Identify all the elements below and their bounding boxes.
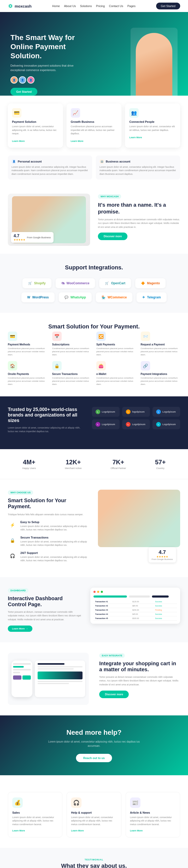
help-section: Need more help? Lorem ipsum dolor sit am… (0, 715, 188, 775)
integrations-section: Support Integrations. 🛒 Shopify 🛍 WooCom… (0, 254, 188, 313)
feature-split-desc: Condimentum placerat purus consettum pla… (96, 347, 136, 356)
onsite-icon: 🏠 (8, 361, 17, 371)
nav-cta-button[interactable]: Get Started (156, 3, 180, 9)
nav-contact[interactable]: Contact Us (109, 4, 123, 7)
hero-title: The Smart Way for Online Payment Solutio… (10, 33, 94, 60)
logo-3: L Logolpixum (153, 407, 180, 417)
cards-section: 💳 Payment Solution Lorem ipsum dolor sit… (0, 96, 188, 155)
dash-line-3 (38, 669, 74, 670)
dashboard-mockup: Transaction #1$120.00Success Transaction… (90, 588, 180, 624)
wallet-icon: 👛 (96, 361, 106, 371)
dash-line-2 (38, 666, 83, 667)
hero-cta-button[interactable]: Get Started (10, 88, 37, 96)
logo-dot-6: L (156, 422, 161, 427)
personal-account-desc: Lorem ipsum dolor sit amet, consectetur … (11, 165, 89, 176)
stat-num-partner: 7K+ (111, 459, 126, 466)
commerce-icon: 🏪 (101, 296, 105, 299)
services-grid: 💰 Sales Lorem ipsum dolor sit amet, cons… (8, 792, 180, 838)
phone-line-3 (13, 672, 20, 673)
dashboard-mini (35, 660, 85, 697)
nav-about[interactable]: About Us (64, 4, 76, 7)
phone-btn-1 (13, 676, 22, 680)
features-grid: 💳 Payment Methods Condimentum placerat p… (8, 332, 180, 386)
integrate-title: Integrate your shopping cart in a matter… (99, 660, 180, 673)
logo-5: L Logolpixum (122, 420, 150, 429)
nav-home[interactable]: Home (52, 4, 60, 7)
card-people-desc: Lorem ipsum dolor sit amet, consectetur … (129, 125, 176, 132)
feature-int-desc: Condimentum placerat purus consettum pla… (141, 376, 181, 386)
card-growth: 📈 Growth Business Condimentum placerat p… (67, 103, 122, 148)
promise-image: 4.7 ★★★★★ From Google Business (8, 194, 90, 246)
card-people-title: Connected People (129, 120, 176, 123)
stat-label-merchant: Merchant Active (65, 467, 82, 469)
table-row: Transaction #2$85.50Success (93, 603, 177, 608)
dash-chart (38, 672, 83, 679)
logo-dot-1: L (96, 409, 100, 414)
promise-cta-button[interactable]: Discover more (98, 232, 127, 240)
promise-badge: WHY MOXCASH (98, 194, 121, 199)
mockup-cell-1 (93, 595, 127, 597)
card-payment-desc: Lorem ipsum dolor sit amet, consectetur … (12, 125, 59, 135)
hero-person-shape (136, 33, 173, 96)
avatar-1: 👤 (10, 76, 18, 84)
feature-onsite-desc: Condimentum placerat purus consettum pla… (8, 376, 48, 386)
service-article: 📰 Article & News Lorem ipsum dolor sit a… (126, 792, 180, 838)
table-row: Transaction #4$45.00Success (93, 612, 177, 616)
nav-pricing[interactable]: Pricing (96, 4, 105, 7)
service-support-link[interactable]: Learn More (71, 829, 117, 832)
why-item-secure-text: Secure Transactions Lorem ipsum dolor si… (20, 536, 90, 547)
integration-shopify: 🛒 Shopify (23, 278, 52, 288)
service-sales: 💰 Sales Lorem ipsum dolor sit amet, cons… (8, 792, 62, 838)
card-payment-link[interactable]: Learn More (12, 140, 25, 143)
stat-country: 57+ Country (155, 459, 166, 469)
feature-integrations: 🔗 Payment Integrations Condimentum place… (141, 361, 181, 386)
mockup-row-1 (93, 595, 177, 597)
feature-wallet-desc: Condimentum placerat purus consettum pla… (96, 376, 136, 386)
why-item-support-title: 24/7 Support (20, 551, 90, 554)
why-rating-label: From Google Business (152, 558, 173, 560)
support-service-icon: 🎧 (71, 798, 82, 808)
service-article-link[interactable]: Learn More (130, 829, 176, 832)
why-desc: Tristique fertutur felis felis aliquam v… (8, 513, 90, 516)
help-cta-button[interactable]: Reach out to us (76, 754, 112, 762)
sales-icon: 💰 (12, 798, 23, 808)
integrate-cta-button[interactable]: Discover more (99, 690, 129, 698)
promise-desc: Tortor posuere at dictum aenean consecte… (98, 218, 180, 229)
card-growth-link[interactable]: Learn More (71, 140, 84, 143)
nav-logo: moxcash (8, 3, 32, 9)
feature-secure-desc: Condimentum placerat purus consettum pla… (52, 376, 92, 386)
personal-account-title: 👤 Personal account (11, 159, 89, 164)
why-badge: WHY CHOOSE US (8, 490, 33, 495)
integration-whatsapp: 💬 WhatsApp (59, 292, 92, 302)
business-account-box: 🏢 Business account Lorem ipsum dolor sit… (96, 155, 180, 180)
service-support: 🎧 Help & support Lorem ipsum dolor sit a… (67, 792, 121, 838)
growth-icon: 📈 (71, 108, 80, 118)
dashboard-cta-button[interactable]: Learn More (8, 625, 32, 632)
support-icon: 🎧 (8, 551, 17, 561)
rating-label: From Google Business (27, 236, 51, 239)
hero-subtitle: Delivering innovative payment solutions … (10, 63, 84, 72)
stats-section: 4M+ Happy Users 12K+ Merchant Active 7K+… (0, 449, 188, 479)
why-item-easy-desc: Lorem ipsum dolor sit amet, consectetur … (20, 525, 90, 532)
feature-sub-title: Subscriptions (52, 343, 92, 346)
feature-int-title: Payment Integrations (141, 373, 181, 375)
nav-pages[interactable]: Pages (127, 4, 135, 7)
service-sales-link[interactable]: Learn More (12, 829, 58, 832)
subscriptions-icon: 📅 (52, 332, 62, 341)
table-row: Transaction #3$200.00Pending (93, 608, 177, 612)
feature-req-title: Request a Payment (141, 343, 181, 346)
nav-solutions[interactable]: Solutions (80, 4, 92, 7)
why-rating-stars: ★★★★★ (152, 555, 173, 558)
dash-line-1 (38, 663, 64, 665)
opencart-icon: 🛒 (105, 281, 109, 285)
promise-rating: 4.7 ★★★★★ From Google Business (11, 232, 54, 243)
service-support-title: Help & support (71, 811, 117, 814)
trusted-section: Trusted by 25,000+ world-class brands an… (0, 396, 188, 449)
why-title: Smart Solution for Your Payment. (8, 497, 90, 509)
rating-number: 4.7 (13, 234, 25, 238)
mockup-table: Transaction #1$120.00Success Transaction… (93, 600, 177, 621)
integration-commerce: 🏪 WCommerce (96, 292, 132, 302)
feature-payment-methods: 💳 Payment Methods Condimentum placerat p… (8, 332, 48, 356)
help-desc: Lorem ipsum dolor sit amet, consectetur … (47, 740, 141, 748)
card-people-link[interactable]: Learn More (129, 136, 142, 139)
